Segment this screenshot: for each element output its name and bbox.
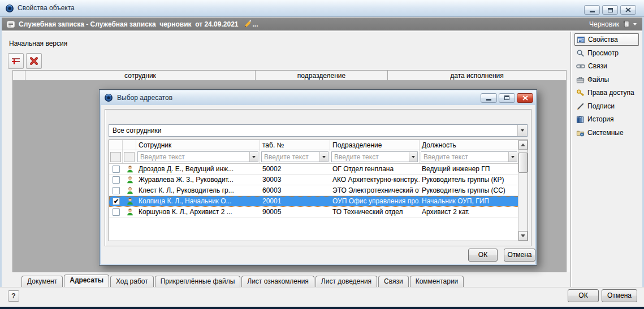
filter-department-input[interactable]: Введите текст <box>331 151 418 162</box>
cell-employee: Дроздов Д. Е., Ведущий инж... <box>136 164 260 174</box>
minimize-icon <box>486 99 491 101</box>
cell-department: АКО Архитектурно-констру... <box>330 175 420 185</box>
edit-pencil-icon[interactable] <box>243 20 252 28</box>
maximize-button[interactable] <box>602 5 618 15</box>
row-checkbox[interactable] <box>113 166 120 173</box>
row-checkbox-checked[interactable] <box>113 198 120 205</box>
sidebar-item-signatures[interactable]: Подписи <box>574 100 639 112</box>
dropdown-arrow-button[interactable] <box>409 152 417 162</box>
dialog-ok-button[interactable]: ОК <box>468 249 498 262</box>
dropdown-arrow-button[interactable] <box>319 152 328 162</box>
header-cell-empty <box>12 70 25 81</box>
tab-document[interactable]: Документ <box>21 276 63 287</box>
sidebar-item-files[interactable]: Файлы <box>574 73 639 86</box>
dialog-titlebar: Выбор адресатов <box>100 90 536 105</box>
tab-attached-files[interactable]: Прикреплённые файлы <box>155 276 241 287</box>
cell-department: ОГ Отдел генплана <box>330 164 420 174</box>
filter-placeholder: Введите текст <box>332 153 379 161</box>
dialog-maximize-button[interactable] <box>499 93 515 103</box>
sidebar-item-label: Права доступа <box>587 89 634 97</box>
table-row[interactable]: Журавлева Ж. З., Руководит... 30003 АКО … <box>109 175 519 185</box>
dialog-cancel-button[interactable]: Отмена <box>504 249 535 262</box>
scroll-up-button[interactable] <box>518 140 528 150</box>
app-icon <box>5 4 14 13</box>
table-row-selected[interactable]: Колпица К. Л., Начальник О... 20001 ОУП … <box>109 196 519 207</box>
minimize-button[interactable] <box>584 5 600 15</box>
header-cell-tab-number[interactable]: таб. № <box>260 140 330 150</box>
sidebar-item-label: Связи <box>588 62 607 70</box>
header-cell-department[interactable]: подразделение <box>255 70 388 81</box>
document-title: Служебная записка - Служебная записка че… <box>19 20 239 28</box>
row-checkbox[interactable] <box>113 208 120 216</box>
document-title-ellipsis: ... <box>253 20 258 28</box>
arrow-down-icon <box>521 234 525 237</box>
employee-scope-dropdown[interactable]: Все сотрудники <box>109 124 528 137</box>
filter-placeholder: Введите текст <box>138 153 185 161</box>
briefcase-icon <box>576 76 585 84</box>
filter-tab-number-input[interactable]: Введите текст <box>261 151 329 162</box>
table-row[interactable]: Дроздов Д. Е., Ведущий инж... 50002 ОГ О… <box>109 164 519 175</box>
help-button[interactable]: ? <box>8 290 19 302</box>
scroll-down-button[interactable] <box>518 231 528 241</box>
header-cell-icon <box>123 140 136 150</box>
row-checkbox[interactable] <box>113 187 120 194</box>
tab-work-progress[interactable]: Ход работ <box>110 276 154 287</box>
sidebar-item-label: История <box>587 115 614 123</box>
dropdown-arrow-button[interactable] <box>517 125 527 136</box>
header-cell-due-date[interactable]: дата исполнения <box>387 70 567 81</box>
status-dropdown[interactable]: Черновик <box>589 20 637 28</box>
table-row[interactable]: Клест К. Л., Руководитель гр... 60003 ЭТ… <box>109 185 519 196</box>
header-cell-department[interactable]: Подразделение <box>330 140 420 150</box>
add-recipient-button[interactable] <box>8 53 24 69</box>
maximize-icon <box>504 95 509 100</box>
scrollbar-thumb[interactable] <box>518 153 528 173</box>
filter-employee-input[interactable]: Введите текст <box>137 151 258 162</box>
sidebar-item-properties[interactable]: Свойства <box>574 33 639 46</box>
delete-recipient-button[interactable] <box>26 53 42 69</box>
dropdown-arrow-button[interactable] <box>249 152 258 162</box>
header-cell-employee[interactable]: Сотрудник <box>136 140 260 150</box>
cancel-button[interactable]: Отмена <box>602 289 637 302</box>
dropdown-arrow-button[interactable] <box>508 152 517 162</box>
close-button[interactable] <box>620 5 636 15</box>
filter-position-input[interactable]: Введите текст <box>421 151 517 162</box>
table-row[interactable]: Коршунов К. Л., Архивист 2 ... 90005 ТО … <box>109 207 519 217</box>
select-recipients-dialog: Выбор адресатов Все сотрудники Сотрудник <box>99 89 537 266</box>
pen-icon <box>576 102 585 111</box>
person-icon <box>126 186 134 194</box>
history-books-icon <box>576 115 585 124</box>
scope-value: Все сотрудники <box>109 127 161 134</box>
sidebar-item-links[interactable]: Связи <box>574 60 639 72</box>
employees-table: Сотрудник таб. № Подразделение Должность… <box>109 140 528 241</box>
status-label: Черновик <box>589 20 619 28</box>
sidebar-item-label: Свойства <box>588 36 618 43</box>
filter-placeholder: Введите текст <box>262 153 309 161</box>
status-scroll-icon <box>622 20 630 28</box>
tab-delivery-sheet[interactable]: Лист доведения <box>315 276 377 287</box>
window-edge-left <box>0 17 2 307</box>
tab-links[interactable]: Связи <box>378 276 409 287</box>
table-scrollbar[interactable] <box>518 140 528 241</box>
sidebar-item-history[interactable]: История <box>574 113 639 125</box>
tab-review-sheet[interactable]: Лист ознакомления <box>241 276 314 287</box>
tab-comments[interactable]: Комментарии <box>410 276 464 287</box>
dialog-close-button[interactable] <box>517 93 533 103</box>
cell-employee: Колпица К. Л., Начальник О... <box>136 196 260 206</box>
person-icon <box>126 208 134 216</box>
person-icon <box>126 176 134 184</box>
sidebar-item-preview[interactable]: Просмотр <box>574 47 639 59</box>
sidebar-item-access-rights[interactable]: Права доступа <box>574 86 639 99</box>
ok-button[interactable]: ОК <box>568 289 599 302</box>
sidebar-item-label: Просмотр <box>587 49 619 57</box>
cell-position: Архивист 2 кат. <box>420 207 519 217</box>
header-cell-position[interactable]: Должность <box>420 140 519 150</box>
tab-recipients[interactable]: Адресаты <box>64 275 109 287</box>
sidebar-item-system[interactable]: Системные <box>574 127 639 139</box>
row-checkbox[interactable] <box>113 176 120 184</box>
magnifier-icon <box>576 49 585 58</box>
chevron-down-icon <box>521 129 524 132</box>
dialog-minimize-button[interactable] <box>481 93 497 103</box>
cell-position: Руководитель группы (КР) <box>420 175 519 185</box>
cell-department: ОУП Офис управления про... <box>330 196 420 206</box>
header-cell-employee[interactable]: сотрудник <box>25 70 256 81</box>
